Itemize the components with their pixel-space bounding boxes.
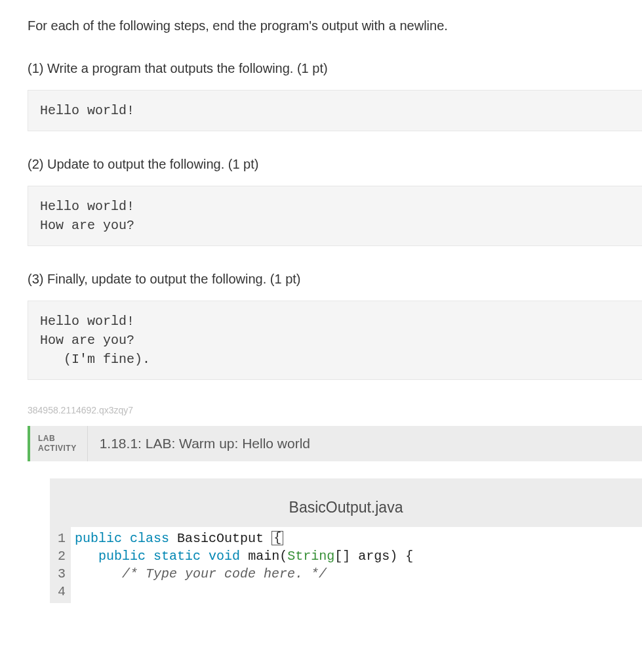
keyword: void bbox=[209, 549, 240, 564]
step-3-prompt: (3) Finally, update to output the follow… bbox=[28, 270, 642, 289]
method-name: main bbox=[248, 549, 279, 564]
step-3-output: Hello world! How are you? (I'm fine). bbox=[28, 301, 642, 380]
lab-badge: LAB ACTIVITY bbox=[30, 426, 88, 461]
cursor-icon: { bbox=[271, 531, 283, 545]
intro-text: For each of the following steps, end the… bbox=[28, 16, 642, 35]
lab-title: 1.18.1: LAB: Warm up: Hello world bbox=[88, 426, 322, 461]
class-name: BasicOutput bbox=[177, 531, 264, 546]
line-number: 1 bbox=[58, 530, 66, 547]
lab-header: LAB ACTIVITY 1.18.1: LAB: Warm up: Hello… bbox=[28, 426, 642, 461]
step-1-output: Hello world! bbox=[28, 90, 642, 131]
comment: /* Type your code here. */ bbox=[122, 566, 327, 581]
filename-bar: BasicOutput.java bbox=[50, 478, 642, 526]
keyword: public bbox=[75, 531, 122, 546]
brackets-icon: [] bbox=[334, 549, 350, 564]
line-number: 4 bbox=[58, 583, 66, 600]
keyword: static bbox=[153, 549, 201, 564]
brace-icon: { bbox=[397, 549, 413, 564]
step-2-output: Hello world! How are you? bbox=[28, 186, 642, 246]
paren-icon: ( bbox=[279, 549, 287, 564]
step-2-prompt: (2) Update to output the following. (1 p… bbox=[28, 155, 642, 174]
line-number: 3 bbox=[58, 565, 66, 583]
lab-badge-line1: LAB bbox=[38, 434, 77, 444]
arg-name: args bbox=[350, 549, 390, 564]
line-gutter: 1 2 3 4 bbox=[50, 527, 71, 603]
step-1-prompt: (1) Write a program that outputs the fol… bbox=[28, 59, 642, 78]
type-name: String bbox=[287, 549, 334, 564]
lab-badge-line2: ACTIVITY bbox=[38, 444, 77, 454]
line-number: 2 bbox=[58, 547, 66, 565]
paren-icon: ) bbox=[390, 549, 397, 564]
code-editor[interactable]: 1 2 3 4 public class BasicOutput { publi… bbox=[50, 527, 642, 603]
content-hash: 384958.2114692.qx3zqy7 bbox=[28, 404, 642, 417]
keyword: public bbox=[98, 549, 146, 564]
keyword: class bbox=[130, 531, 169, 546]
code-content[interactable]: public class BasicOutput { public static… bbox=[71, 527, 413, 603]
